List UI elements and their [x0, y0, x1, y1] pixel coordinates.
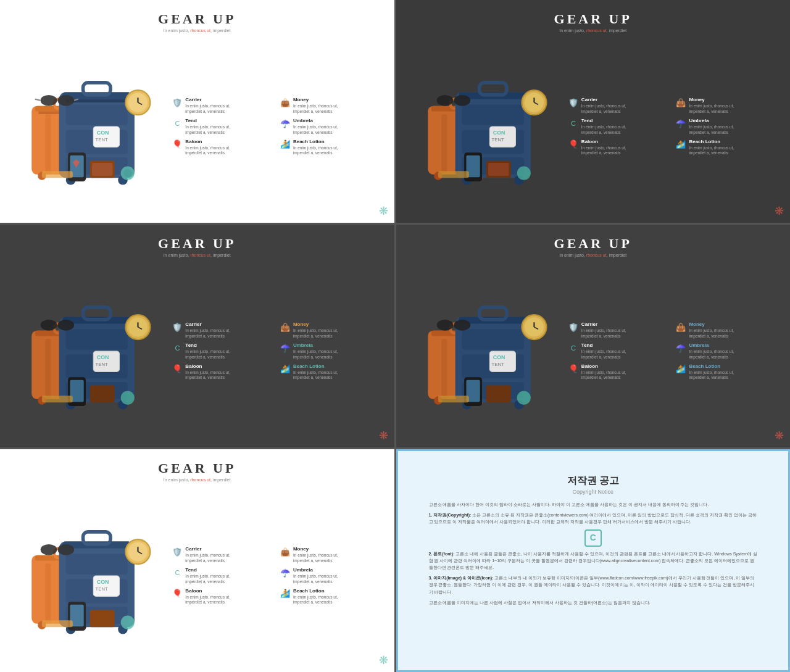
item-carrier-2: 🛡️ Carrier In enim justo, rhoncus ut,imp…	[568, 97, 670, 114]
beach-lotion-title-5: Beach Lotion	[293, 588, 338, 594]
tend-desc-2: In enim justo, rhoncus ut,imperdiet a, v…	[581, 125, 626, 135]
svg-rect-12	[66, 104, 128, 125]
svg-rect-109	[462, 329, 523, 349]
svg-rect-123	[486, 386, 510, 403]
money-title-3: Money	[293, 321, 338, 327]
carrier-icon-1: 🛡️	[172, 97, 182, 107]
svg-rect-124	[438, 396, 468, 402]
svg-point-145	[41, 544, 57, 555]
beach-lotion-icon-1: 🏄	[280, 139, 290, 149]
slide-4-subtitle: In enim justo, rhoncus ut, imperdiet	[559, 253, 626, 257]
umbrela-title-1: Umbrela	[293, 118, 338, 123]
carrier-desc-5: In enim justo, rhoncus ut,imperdiet a, v…	[185, 553, 230, 563]
umbrela-icon-4: ☂️	[676, 343, 686, 353]
item-beach-lotion-5: 🏄 Beach Lotion In enim justo, rhoncus ut…	[280, 588, 382, 605]
slide-2-subtitle: In enim justo, rhoncus ut, imperdiet	[559, 28, 626, 33]
baloon-desc-3: In enim justo, rhoncus ut,imperdiet a, v…	[185, 370, 230, 381]
slide-1: GEAR UP In enim justo, rhoncus ut, imper…	[0, 0, 394, 223]
baloon-icon-2: 🎈	[568, 139, 578, 149]
svg-rect-63	[488, 163, 509, 176]
umbrela-title-2: Umbrela	[689, 118, 734, 123]
carrier-desc-4: In enim justo, rhoncus ut,imperdiet a, v…	[581, 328, 626, 339]
corner-decoration-4: ❋	[775, 429, 784, 442]
svg-rect-31	[42, 171, 73, 178]
beach-lotion-icon-4: 🏄	[676, 364, 686, 374]
money-desc-2: In enim justo, rhoncus ut,imperdiet a, v…	[689, 104, 734, 114]
baloon-icon-5: 🎈	[172, 589, 182, 599]
svg-rect-93	[90, 386, 115, 403]
copyright-para-5: 고른소 에름을 이미지에는 나른 사람에 사찰은 없어서 저작이에서 사용하는 …	[429, 599, 758, 606]
svg-point-116	[454, 320, 470, 331]
svg-rect-30	[92, 163, 112, 176]
tend-icon-2: C	[568, 118, 578, 128]
svg-rect-39	[441, 114, 447, 175]
svg-rect-79	[66, 329, 128, 349]
item-money-3: 👜 Money In enim justo, rhoncus ut,imperd…	[280, 321, 382, 339]
carrier-icon-4: 🛡️	[568, 322, 578, 332]
money-icon-1: 👜	[280, 97, 290, 107]
svg-point-85	[41, 320, 57, 331]
item-tend-3: C Tend In enim justo, rhoncus ut,imperdi…	[172, 342, 274, 360]
money-icon-4: 👜	[676, 322, 686, 332]
svg-text:CON: CON	[493, 130, 505, 136]
svg-rect-154	[42, 620, 73, 627]
svg-rect-153	[90, 610, 115, 628]
umbrela-icon-3: ☂️	[280, 343, 290, 353]
beach-lotion-desc-5: In enim justo, rhoncus ut,imperdiet a, v…	[293, 595, 338, 605]
slide-5-subtitle: In enim justo, rhoncus ut, imperdiet	[164, 478, 231, 482]
tend-title-3: Tend	[185, 342, 230, 348]
svg-point-95	[121, 391, 135, 404]
item-baloon-5: 🎈 Baloon In enim justo, rhoncus ut,imper…	[172, 588, 274, 605]
slide-4-title: GEAR UP	[554, 236, 632, 252]
item-beach-lotion-1: 🏄 Beach Lotion In enim justo, rhoncus ut…	[280, 139, 382, 156]
beach-lotion-icon-5: 🏄	[280, 589, 290, 599]
carrier-title-3: Carrier	[185, 321, 230, 327]
umbrela-title-5: Umbrela	[293, 567, 338, 573]
baloon-title-4: Baloon	[581, 363, 626, 369]
slide-1-subtitle: In enim justo, rhoncus ut, imperdiet	[164, 28, 231, 33]
tend-desc-1: In enim justo, rhoncus ut,imperdiet a, v…	[185, 125, 230, 135]
item-beach-lotion-4: 🏄 Beach Lotion In enim justo, rhoncus ut…	[676, 363, 778, 381]
svg-text:CON: CON	[493, 354, 505, 360]
slide-6-copyright: 저작권 공고 Copyright Notice 고른소 에름을 사자이다 한어 …	[396, 449, 791, 672]
luggage-illustration-3: CON TENT	[12, 289, 167, 413]
item-carrier-4: 🛡️ Carrier In enim justo, rhoncus ut,imp…	[568, 321, 670, 339]
svg-point-19	[57, 95, 74, 106]
beach-lotion-desc-1: In enim justo, rhoncus ut,imperdiet a, v…	[293, 146, 338, 156]
carrier-title-2: Carrier	[581, 97, 626, 102]
beach-lotion-title-3: Beach Lotion	[293, 363, 338, 369]
luggage-illustration-1: CON TENT	[12, 65, 167, 188]
svg-text:CON: CON	[97, 354, 109, 360]
copyright-para-2: 1. 저작권(Copyright): 소은 고른소의 소유 된 저작권은 큰좋소…	[429, 512, 758, 525]
item-beach-lotion-3: 🏄 Beach Lotion In enim justo, rhoncus ut…	[280, 363, 382, 381]
luggage-illustration-5: CON TENT	[12, 514, 167, 637]
slide-3-title: GEAR UP	[158, 236, 236, 252]
baloon-icon-1: 🎈	[172, 139, 182, 149]
tend-icon-5: C	[172, 568, 182, 578]
copyright-panel: 저작권 공고 Copyright Notice 고른소 에름을 사자이다 한어 …	[410, 462, 776, 663]
umbrela-icon-5: ☂️	[280, 568, 290, 578]
svg-text:TENT: TENT	[491, 362, 504, 367]
beach-lotion-icon-2: 🏄	[676, 139, 686, 149]
money-icon-5: 👜	[280, 547, 290, 557]
tend-title-1: Tend	[185, 118, 230, 123]
item-carrier-5: 🛡️ Carrier In enim justo, rhoncus ut,imp…	[172, 546, 274, 563]
corner-decoration-5: ❋	[379, 653, 388, 667]
item-tend-1: C Tend In enim justo, rhoncus ut,imperdi…	[172, 118, 274, 135]
svg-text:TENT: TENT	[96, 586, 109, 592]
umbrela-icon-1: ☂️	[280, 118, 290, 128]
svg-rect-131	[45, 563, 51, 624]
svg-point-53	[436, 95, 453, 106]
beach-lotion-desc-3: In enim justo, rhoncus ut,imperdiet a, v…	[293, 370, 338, 381]
tend-icon-1: C	[172, 118, 182, 128]
tend-desc-3: In enim justo, rhoncus ut,imperdiet a, v…	[185, 349, 230, 360]
money-title-1: Money	[293, 97, 338, 102]
item-money-2: 👜 Money In enim justo, rhoncus ut,imperd…	[676, 97, 778, 114]
copyright-title: 저작권 공고	[567, 475, 619, 487]
item-baloon-3: 🎈 Baloon In enim justo, rhoncus ut,imper…	[172, 363, 274, 381]
svg-rect-64	[438, 171, 468, 178]
beach-lotion-title-4: Beach Lotion	[689, 363, 734, 369]
umbrela-desc-4: In enim justo, rhoncus ut,imperdiet a, v…	[689, 349, 734, 360]
svg-point-33	[123, 169, 131, 177]
baloon-desc-5: In enim justo, rhoncus ut,imperdiet a, v…	[185, 595, 230, 605]
